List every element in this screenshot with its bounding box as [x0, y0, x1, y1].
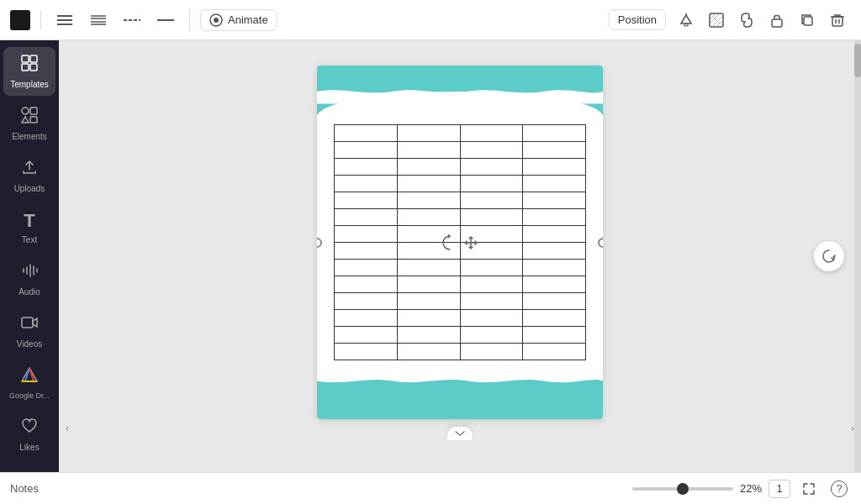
- table-cell: [397, 344, 460, 360]
- table-cell: [397, 276, 460, 293]
- table-cell: [335, 276, 398, 293]
- table-cell: [523, 209, 586, 226]
- copy-icon[interactable]: [794, 7, 821, 34]
- svg-rect-16: [832, 17, 843, 26]
- canvas-scroll[interactable]: [59, 40, 861, 472]
- rotate-button[interactable]: [814, 241, 844, 271]
- svg-rect-14: [772, 19, 782, 27]
- table-cell: [523, 226, 586, 243]
- document-page: [317, 66, 603, 419]
- table-cell: [335, 310, 398, 327]
- google-drive-label: Google Dr...: [9, 391, 50, 400]
- table-cell: [523, 310, 586, 327]
- table-container: [317, 116, 603, 369]
- table-cell: [335, 243, 398, 260]
- table-cell: [397, 327, 460, 344]
- table-cell: [460, 159, 523, 176]
- table-cell: [460, 344, 523, 360]
- table-cell: [460, 260, 523, 276]
- scroll-left-arrow[interactable]: ‹: [61, 422, 74, 435]
- content-table: [334, 124, 586, 360]
- sidebar-item-videos[interactable]: Videos: [3, 307, 55, 355]
- wavy-bottom-decoration: [317, 369, 603, 419]
- position-button[interactable]: Position: [609, 9, 666, 30]
- table-cell: [523, 327, 586, 344]
- table-cell: [397, 125, 460, 142]
- table-cell: [523, 192, 586, 209]
- text-label: Text: [22, 235, 37, 244]
- sidebar-item-uploads[interactable]: Uploads: [3, 151, 55, 200]
- sidebar: Templates Elements Uploads T Text Aud: [0, 40, 59, 472]
- wavy-top-decoration: [317, 66, 603, 116]
- table-cell: [397, 142, 460, 159]
- fullscreen-button[interactable]: [797, 477, 821, 501]
- line-style-single[interactable]: [51, 7, 78, 34]
- wave-svg-bottom: [317, 369, 603, 398]
- panel-toggle-button[interactable]: [447, 427, 473, 440]
- elements-label: Elements: [12, 132, 47, 141]
- table-cell: [397, 243, 460, 260]
- table-cell: [335, 192, 398, 209]
- sidebar-item-templates[interactable]: Templates: [3, 47, 55, 96]
- scroll-right-arrow[interactable]: ›: [846, 422, 859, 435]
- svg-rect-23: [30, 64, 37, 71]
- table-cell: [397, 260, 460, 276]
- animate-button[interactable]: Animate: [200, 9, 277, 31]
- uploads-icon: [20, 158, 39, 181]
- link-icon[interactable]: [733, 7, 760, 34]
- google-drive-icon: [20, 365, 39, 388]
- svg-rect-22: [22, 64, 29, 71]
- table-cell: [523, 344, 586, 360]
- help-button[interactable]: ?: [827, 477, 851, 501]
- text-icon: T: [24, 210, 34, 232]
- notes-label: Notes: [10, 482, 39, 495]
- paint-bucket-icon[interactable]: [673, 7, 700, 34]
- table-cell: [460, 276, 523, 293]
- svg-marker-26: [22, 117, 29, 123]
- delete-icon[interactable]: [824, 7, 851, 34]
- line-dash-1[interactable]: [119, 7, 145, 34]
- scrollbar-track[interactable]: [854, 40, 861, 472]
- selection-handle-right[interactable]: [598, 238, 603, 248]
- sidebar-item-text[interactable]: T Text: [3, 203, 55, 251]
- scrollbar-thumb[interactable]: [854, 44, 861, 77]
- lock-icon[interactable]: [763, 7, 790, 34]
- elements-icon: [20, 106, 39, 129]
- svg-rect-15: [804, 17, 812, 25]
- table-cell: [523, 293, 586, 310]
- line-style-double[interactable]: [85, 7, 112, 34]
- table-cell: [523, 260, 586, 276]
- animate-label: Animate: [228, 13, 268, 26]
- table-cell: [460, 142, 523, 159]
- sidebar-item-audio[interactable]: Audio: [3, 255, 55, 303]
- table-cell: [460, 209, 523, 226]
- page-indicator[interactable]: 1: [769, 480, 790, 498]
- templates-icon: [20, 54, 39, 76]
- table-cell: [460, 176, 523, 192]
- table-cell: [335, 159, 398, 176]
- canvas-area[interactable]: ‹ ›: [59, 40, 861, 472]
- table-cell: [523, 276, 586, 293]
- selection-handle-left[interactable]: [317, 238, 322, 248]
- table-cell: [397, 159, 460, 176]
- transparency-icon[interactable]: [703, 7, 730, 34]
- table-cell: [335, 327, 398, 344]
- table-cell: [335, 293, 398, 310]
- table-cell: [460, 192, 523, 209]
- main-area: Templates Elements Uploads T Text Aud: [0, 40, 861, 472]
- line-solid[interactable]: [152, 7, 179, 34]
- svg-rect-28: [22, 318, 33, 328]
- sidebar-item-likes[interactable]: Likes: [3, 410, 55, 459]
- table-cell: [335, 209, 398, 226]
- sidebar-item-google-drive[interactable]: Google Dr...: [3, 359, 55, 407]
- top-toolbar: Animate Position: [0, 0, 861, 40]
- animate-icon: [209, 13, 223, 27]
- position-label: Position: [618, 13, 657, 26]
- color-picker[interactable]: [10, 10, 30, 30]
- table-cell: [397, 293, 460, 310]
- slide-progress-slider[interactable]: [632, 487, 733, 491]
- table-cell: [523, 243, 586, 260]
- table-cell: [523, 176, 586, 192]
- table-cell: [523, 159, 586, 176]
- sidebar-item-elements[interactable]: Elements: [3, 99, 55, 148]
